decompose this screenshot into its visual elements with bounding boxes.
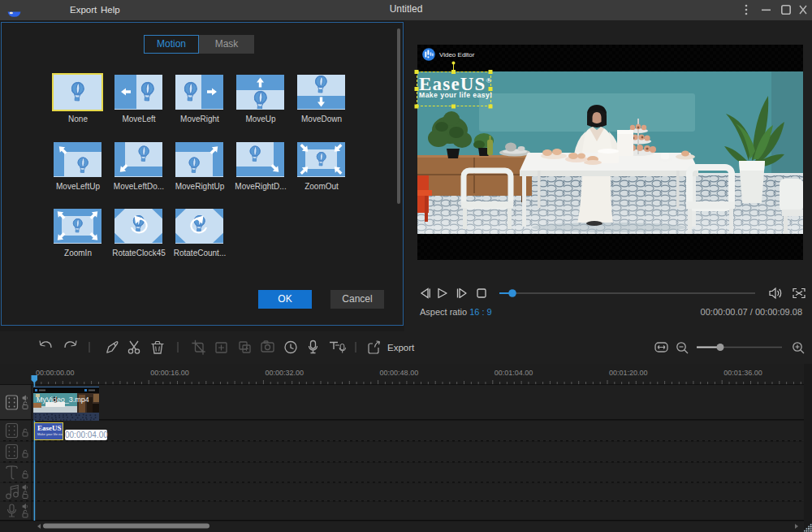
- svg-text:00:00:32.00: 00:00:32.00: [265, 369, 304, 377]
- svg-text:00:00:16.00: 00:00:16.00: [150, 369, 189, 377]
- svg-text:00:01:04.00: 00:01:04.00: [495, 369, 533, 377]
- svg-text:00:01:36.00: 00:01:36.00: [723, 369, 762, 377]
- svg-text:00:01:20.00: 00:01:20.00: [609, 369, 648, 377]
- svg-text:00:00:00.00: 00:00:00.00: [36, 369, 75, 377]
- svg-text:Export: Export: [387, 343, 415, 353]
- svg-text:00:00:48.00: 00:00:48.00: [380, 369, 419, 377]
